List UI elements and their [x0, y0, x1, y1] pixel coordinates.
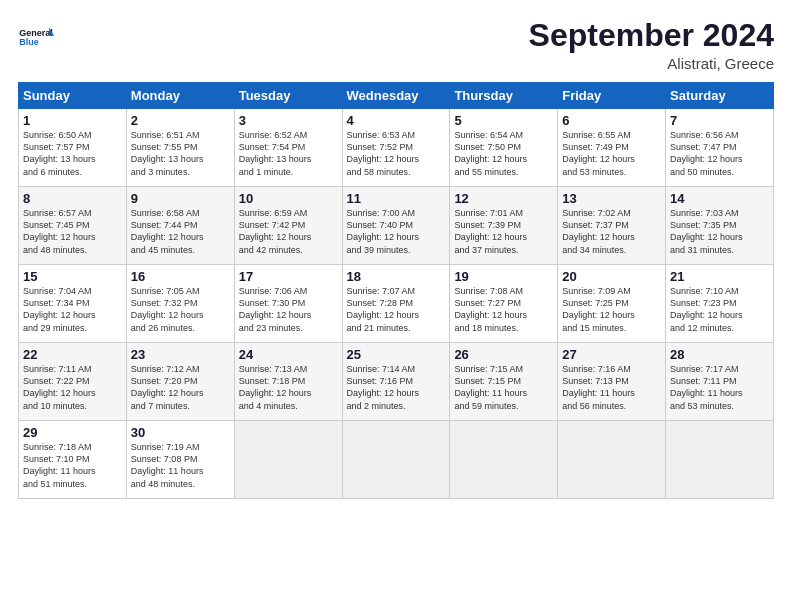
day-info: Sunrise: 7:00 AM Sunset: 7:40 PM Dayligh… [347, 207, 446, 256]
day-info: Sunrise: 6:51 AM Sunset: 7:55 PM Dayligh… [131, 129, 230, 178]
calendar-cell: 7Sunrise: 6:56 AM Sunset: 7:47 PM Daylig… [666, 109, 774, 187]
calendar-cell: 29Sunrise: 7:18 AM Sunset: 7:10 PM Dayli… [19, 421, 127, 499]
calendar-cell: 24Sunrise: 7:13 AM Sunset: 7:18 PM Dayli… [234, 343, 342, 421]
day-info: Sunrise: 7:04 AM Sunset: 7:34 PM Dayligh… [23, 285, 122, 334]
week-row-4: 22Sunrise: 7:11 AM Sunset: 7:22 PM Dayli… [19, 343, 774, 421]
calendar-cell [666, 421, 774, 499]
column-headers-row: SundayMondayTuesdayWednesdayThursdayFrid… [19, 83, 774, 109]
day-number: 1 [23, 113, 122, 128]
calendar-cell: 13Sunrise: 7:02 AM Sunset: 7:37 PM Dayli… [558, 187, 666, 265]
day-number: 23 [131, 347, 230, 362]
col-header-friday: Friday [558, 83, 666, 109]
week-row-5: 29Sunrise: 7:18 AM Sunset: 7:10 PM Dayli… [19, 421, 774, 499]
calendar-cell: 26Sunrise: 7:15 AM Sunset: 7:15 PM Dayli… [450, 343, 558, 421]
day-number: 5 [454, 113, 553, 128]
day-number: 14 [670, 191, 769, 206]
day-info: Sunrise: 7:16 AM Sunset: 7:13 PM Dayligh… [562, 363, 661, 412]
day-number: 9 [131, 191, 230, 206]
calendar-cell: 8Sunrise: 6:57 AM Sunset: 7:45 PM Daylig… [19, 187, 127, 265]
week-row-2: 8Sunrise: 6:57 AM Sunset: 7:45 PM Daylig… [19, 187, 774, 265]
day-number: 2 [131, 113, 230, 128]
calendar-cell: 20Sunrise: 7:09 AM Sunset: 7:25 PM Dayli… [558, 265, 666, 343]
day-info: Sunrise: 7:05 AM Sunset: 7:32 PM Dayligh… [131, 285, 230, 334]
day-number: 18 [347, 269, 446, 284]
day-info: Sunrise: 6:52 AM Sunset: 7:54 PM Dayligh… [239, 129, 338, 178]
calendar-cell: 23Sunrise: 7:12 AM Sunset: 7:20 PM Dayli… [126, 343, 234, 421]
calendar-cell: 14Sunrise: 7:03 AM Sunset: 7:35 PM Dayli… [666, 187, 774, 265]
day-number: 22 [23, 347, 122, 362]
calendar-cell: 22Sunrise: 7:11 AM Sunset: 7:22 PM Dayli… [19, 343, 127, 421]
day-number: 6 [562, 113, 661, 128]
calendar-cell [234, 421, 342, 499]
day-number: 7 [670, 113, 769, 128]
day-info: Sunrise: 7:18 AM Sunset: 7:10 PM Dayligh… [23, 441, 122, 490]
day-number: 3 [239, 113, 338, 128]
calendar-table: SundayMondayTuesdayWednesdayThursdayFrid… [18, 82, 774, 499]
calendar-cell: 10Sunrise: 6:59 AM Sunset: 7:42 PM Dayli… [234, 187, 342, 265]
day-number: 19 [454, 269, 553, 284]
week-row-1: 1Sunrise: 6:50 AM Sunset: 7:57 PM Daylig… [19, 109, 774, 187]
day-info: Sunrise: 7:15 AM Sunset: 7:15 PM Dayligh… [454, 363, 553, 412]
location: Alistrati, Greece [529, 55, 774, 72]
calendar-cell: 4Sunrise: 6:53 AM Sunset: 7:52 PM Daylig… [342, 109, 450, 187]
day-info: Sunrise: 7:17 AM Sunset: 7:11 PM Dayligh… [670, 363, 769, 412]
calendar-cell: 11Sunrise: 7:00 AM Sunset: 7:40 PM Dayli… [342, 187, 450, 265]
day-info: Sunrise: 7:13 AM Sunset: 7:18 PM Dayligh… [239, 363, 338, 412]
day-info: Sunrise: 6:53 AM Sunset: 7:52 PM Dayligh… [347, 129, 446, 178]
day-info: Sunrise: 7:10 AM Sunset: 7:23 PM Dayligh… [670, 285, 769, 334]
calendar-cell: 28Sunrise: 7:17 AM Sunset: 7:11 PM Dayli… [666, 343, 774, 421]
day-info: Sunrise: 6:59 AM Sunset: 7:42 PM Dayligh… [239, 207, 338, 256]
day-number: 11 [347, 191, 446, 206]
calendar-cell: 30Sunrise: 7:19 AM Sunset: 7:08 PM Dayli… [126, 421, 234, 499]
col-header-tuesday: Tuesday [234, 83, 342, 109]
day-info: Sunrise: 7:02 AM Sunset: 7:37 PM Dayligh… [562, 207, 661, 256]
calendar-cell: 17Sunrise: 7:06 AM Sunset: 7:30 PM Dayli… [234, 265, 342, 343]
calendar-cell: 12Sunrise: 7:01 AM Sunset: 7:39 PM Dayli… [450, 187, 558, 265]
day-number: 17 [239, 269, 338, 284]
calendar-cell: 9Sunrise: 6:58 AM Sunset: 7:44 PM Daylig… [126, 187, 234, 265]
calendar-cell [558, 421, 666, 499]
col-header-thursday: Thursday [450, 83, 558, 109]
day-info: Sunrise: 7:12 AM Sunset: 7:20 PM Dayligh… [131, 363, 230, 412]
calendar-cell: 1Sunrise: 6:50 AM Sunset: 7:57 PM Daylig… [19, 109, 127, 187]
day-info: Sunrise: 7:08 AM Sunset: 7:27 PM Dayligh… [454, 285, 553, 334]
calendar-cell: 6Sunrise: 6:55 AM Sunset: 7:49 PM Daylig… [558, 109, 666, 187]
title-block: September 2024 Alistrati, Greece [529, 18, 774, 72]
week-row-3: 15Sunrise: 7:04 AM Sunset: 7:34 PM Dayli… [19, 265, 774, 343]
day-info: Sunrise: 6:55 AM Sunset: 7:49 PM Dayligh… [562, 129, 661, 178]
day-number: 16 [131, 269, 230, 284]
svg-text:General: General [19, 28, 53, 38]
day-number: 26 [454, 347, 553, 362]
calendar-cell: 5Sunrise: 6:54 AM Sunset: 7:50 PM Daylig… [450, 109, 558, 187]
day-number: 28 [670, 347, 769, 362]
page-header: General Blue September 2024 Alistrati, G… [18, 18, 774, 72]
calendar-cell: 21Sunrise: 7:10 AM Sunset: 7:23 PM Dayli… [666, 265, 774, 343]
day-info: Sunrise: 6:57 AM Sunset: 7:45 PM Dayligh… [23, 207, 122, 256]
day-info: Sunrise: 7:11 AM Sunset: 7:22 PM Dayligh… [23, 363, 122, 412]
calendar-cell: 2Sunrise: 6:51 AM Sunset: 7:55 PM Daylig… [126, 109, 234, 187]
day-info: Sunrise: 6:50 AM Sunset: 7:57 PM Dayligh… [23, 129, 122, 178]
day-info: Sunrise: 7:14 AM Sunset: 7:16 PM Dayligh… [347, 363, 446, 412]
day-info: Sunrise: 6:56 AM Sunset: 7:47 PM Dayligh… [670, 129, 769, 178]
logo: General Blue [18, 18, 54, 54]
day-number: 15 [23, 269, 122, 284]
calendar-cell: 19Sunrise: 7:08 AM Sunset: 7:27 PM Dayli… [450, 265, 558, 343]
day-number: 29 [23, 425, 122, 440]
day-info: Sunrise: 7:09 AM Sunset: 7:25 PM Dayligh… [562, 285, 661, 334]
calendar-cell [450, 421, 558, 499]
day-number: 24 [239, 347, 338, 362]
day-number: 13 [562, 191, 661, 206]
calendar-cell: 25Sunrise: 7:14 AM Sunset: 7:16 PM Dayli… [342, 343, 450, 421]
calendar-cell: 3Sunrise: 6:52 AM Sunset: 7:54 PM Daylig… [234, 109, 342, 187]
day-number: 25 [347, 347, 446, 362]
day-info: Sunrise: 7:03 AM Sunset: 7:35 PM Dayligh… [670, 207, 769, 256]
day-info: Sunrise: 6:58 AM Sunset: 7:44 PM Dayligh… [131, 207, 230, 256]
calendar-cell: 16Sunrise: 7:05 AM Sunset: 7:32 PM Dayli… [126, 265, 234, 343]
logo-icon: General Blue [18, 18, 54, 54]
day-number: 12 [454, 191, 553, 206]
day-number: 8 [23, 191, 122, 206]
day-number: 21 [670, 269, 769, 284]
day-info: Sunrise: 6:54 AM Sunset: 7:50 PM Dayligh… [454, 129, 553, 178]
day-number: 10 [239, 191, 338, 206]
calendar-cell: 18Sunrise: 7:07 AM Sunset: 7:28 PM Dayli… [342, 265, 450, 343]
